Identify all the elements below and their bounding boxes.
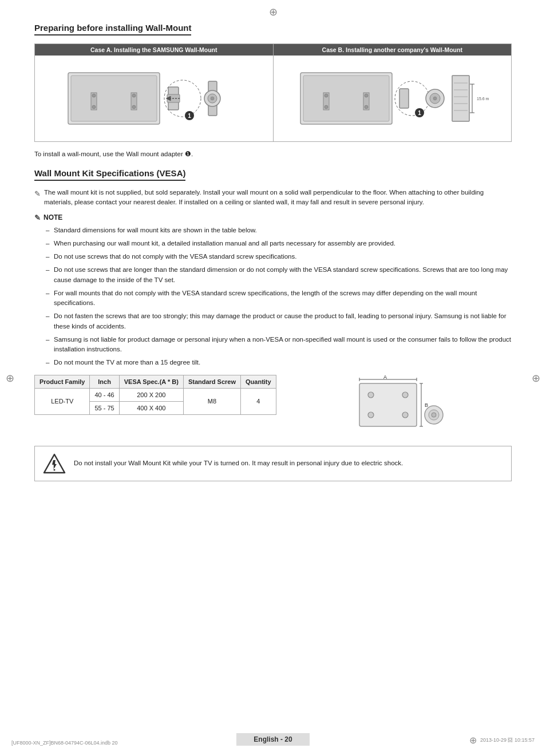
case-b-header: Case B. Installing another company's Wal…	[274, 44, 512, 56]
reg-mark-footer: ⊕	[469, 735, 477, 746]
reg-mark-left: ⊕	[6, 372, 14, 385]
screw-cell: M8	[183, 388, 240, 414]
list-item: For wall mounts that do not comply with …	[46, 288, 512, 308]
col-header-product: Product Family	[35, 375, 90, 388]
vesa-diagram-svg: A B	[354, 375, 445, 438]
list-item: Samsung is not liable for product damage…	[46, 335, 512, 355]
vesa-cell-1: 200 X 200	[119, 388, 183, 401]
main-note: ✎ The wall mount kit is not supplied, bu…	[34, 188, 512, 208]
main-note-text: The wall mount kit is not supplied, but …	[44, 188, 512, 208]
svg-point-4	[92, 94, 96, 97]
svg-point-55	[402, 412, 408, 418]
footer-file-info: [UF8000-XN_ZF]BN68-04794C-06L04.indb 20	[11, 740, 118, 746]
case-b-image: 1 15.6 mm	[274, 56, 512, 141]
svg-point-7	[132, 105, 136, 109]
svg-rect-19	[303, 76, 389, 121]
svg-point-5	[92, 105, 96, 109]
vesa-table: Product Family Inch VESA Spec.(A * B) St…	[34, 375, 276, 415]
svg-point-54	[368, 412, 374, 418]
section1-title: Preparing before installing Wall-Mount	[34, 23, 191, 35]
warning-icon	[43, 452, 66, 475]
warning-text: Do not install your Wall Mount Kit while…	[74, 458, 403, 468]
footer-page-label: English - 20	[236, 733, 309, 746]
col-header-vesa: VESA Spec.(A * B)	[119, 375, 183, 388]
svg-point-58	[432, 413, 436, 417]
svg-point-22	[325, 94, 328, 97]
footer-date-text: 2013-10-29 囧 10:15:57	[480, 737, 535, 744]
case-b-box: Case B. Installing another company's Wal…	[274, 44, 512, 141]
svg-text:1: 1	[188, 113, 191, 119]
col-header-qty: Quantity	[241, 375, 276, 388]
case-a-box: Case A. Installing the SAMSUNG Wall-Moun…	[35, 44, 274, 141]
vesa-diagram: A B	[288, 375, 512, 438]
note-label-container: ✎ NOTE	[34, 213, 512, 222]
svg-point-53	[402, 392, 408, 398]
svg-rect-43	[359, 383, 417, 426]
warning-box: Do not install your Wall Mount Kit while…	[34, 446, 512, 481]
footer-date-info: ⊕ 2013-10-29 囧 10:15:57	[469, 735, 535, 746]
case-b-illustration: 1 15.6 mm	[295, 61, 489, 136]
page-footer: [UF8000-XN_ZF]BN68-04794C-06L04.indb 20 …	[0, 733, 546, 746]
vesa-cell-2: 400 X 400	[119, 401, 183, 414]
svg-point-6	[132, 94, 136, 97]
vesa-table-wrapper: Product Family Inch VESA Spec.(A * B) St…	[34, 375, 512, 438]
inch-cell-1: 40 - 46	[90, 388, 119, 401]
svg-point-32	[433, 97, 437, 100]
case-a-image: 1	[35, 56, 273, 141]
cases-container: Case A. Installing the SAMSUNG Wall-Moun…	[34, 43, 512, 142]
list-item: Standard dimensions for wall mount kits …	[46, 225, 512, 235]
pencil-icon-note: ✎	[34, 213, 41, 222]
svg-text:A: A	[383, 375, 387, 380]
svg-point-23	[325, 105, 328, 109]
svg-point-61	[54, 469, 56, 470]
col-header-screw: Standard Screw	[183, 375, 240, 388]
svg-rect-33	[452, 76, 469, 121]
list-item: When purchasing our wall mount kit, a de…	[46, 239, 512, 248]
note-block: ✎ NOTE Standard dimensions for wall moun…	[34, 213, 512, 368]
adapter-note-text: To install a wall-mount, use the Wall mo…	[34, 151, 193, 157]
svg-rect-26	[399, 89, 409, 108]
note-list: Standard dimensions for wall mount kits …	[34, 225, 512, 368]
list-item: Do not use screws that do not comply wit…	[46, 252, 512, 262]
product-family-cell: LED-TV	[35, 388, 90, 414]
case-a-header: Case A. Installing the SAMSUNG Wall-Moun…	[35, 44, 273, 56]
svg-point-52	[368, 392, 374, 398]
list-item: Do not mount the TV at more than a 15 de…	[46, 358, 512, 367]
list-item: Do not use screws that are longer than t…	[46, 265, 512, 285]
col-header-inch: Inch	[90, 375, 119, 388]
warning-triangle-icon	[43, 452, 66, 475]
pencil-icon-main: ✎	[34, 188, 41, 200]
adapter-note: To install a wall-mount, use the Wall mo…	[34, 150, 512, 158]
svg-point-24	[365, 94, 368, 97]
svg-point-25	[365, 105, 368, 109]
section2-title: Wall Mount Kit Specifications (VESA)	[34, 168, 185, 181]
reg-mark-right: ⊕	[532, 372, 540, 385]
note-label-text: NOTE	[43, 213, 62, 221]
reg-mark-top: ⊕	[269, 6, 278, 18]
list-item: Do not fasten the screws that are too st…	[46, 311, 512, 331]
inch-cell-2: 55 - 75	[90, 401, 119, 414]
svg-text:1: 1	[418, 110, 421, 116]
svg-rect-1	[71, 76, 157, 121]
svg-text:B: B	[425, 402, 428, 408]
table-row: LED-TV 40 - 46 200 X 200 M8 4	[35, 388, 276, 401]
qty-cell: 4	[241, 388, 276, 414]
page: ⊕ ⊕ ⊕ Preparing before installing Wall-M…	[0, 0, 546, 756]
svg-text:15.6 mm: 15.6 mm	[477, 97, 489, 101]
case-a-illustration: 1	[62, 61, 246, 136]
svg-point-16	[211, 97, 214, 100]
